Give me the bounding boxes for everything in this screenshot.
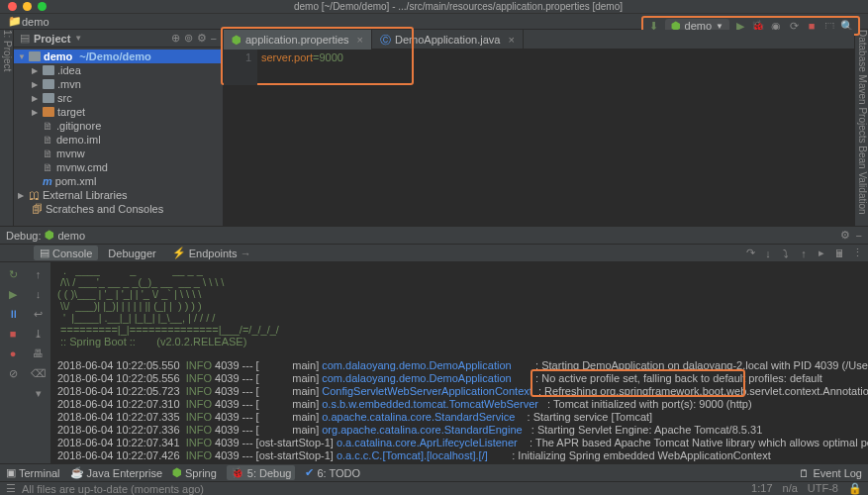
close-window-icon[interactable]	[8, 2, 17, 11]
stop-icon[interactable]: ■	[5, 326, 21, 342]
tree-item-label: mvnw	[56, 148, 85, 159]
caret-right-icon: ▶	[18, 191, 26, 200]
pause-icon[interactable]: ⏸	[5, 306, 21, 322]
console-icon: ▤	[40, 247, 49, 259]
file-encoding[interactable]: UTF-8	[808, 482, 838, 495]
collapse-icon[interactable]: ⊕	[171, 32, 180, 45]
mute-icon[interactable]: ⊘	[5, 365, 21, 381]
tree-item-label: mvnw.cmd	[56, 161, 108, 173]
label: 6: TODO	[317, 467, 360, 479]
label: 5: Debug	[247, 467, 292, 479]
label: Java Enterprise	[87, 467, 162, 479]
breadcrumb-project[interactable]: demo	[22, 16, 49, 28]
minimize-window-icon[interactable]	[23, 2, 32, 11]
folder-icon	[43, 65, 54, 75]
caret-down-icon: ▼	[18, 52, 26, 61]
tree-external-libs[interactable]: ▶ 🕮 External Libraries	[14, 188, 223, 202]
chevron-down-icon[interactable]: ▼	[74, 34, 82, 43]
tree-item[interactable]: ▶.idea	[14, 63, 223, 77]
hide-icon[interactable]: −	[211, 33, 217, 45]
debug-body: ↻ ▶ ⏸ ■ ● ⊘ ↑ ↓ ↩ ⤓ 🖶 ⌫ ▾ . ____ _ __ _ …	[0, 262, 868, 481]
hide-icon[interactable]: −	[856, 230, 862, 242]
tree-scratches[interactable]: 🗐 Scratches and Consoles	[14, 202, 223, 216]
tree-root[interactable]: ▼ demo ~/Demo/demo	[14, 50, 223, 63]
gear-icon[interactable]: ⚙	[197, 32, 207, 45]
folder-icon	[43, 79, 54, 89]
maximize-window-icon[interactable]	[38, 2, 47, 11]
bottom-tool-tabs: ▣Terminal ☕Java Enterprise ⬢Spring 🐞5: D…	[0, 463, 868, 481]
evaluate-icon[interactable]: 🖩	[832, 247, 846, 260]
tree-item[interactable]: ▶src	[14, 91, 223, 105]
titlebar: demo [~/Demo/demo] - .../src/main/resour…	[0, 0, 868, 14]
down-icon[interactable]: ↓	[31, 286, 47, 302]
step-over-icon[interactable]: ⤵	[779, 247, 793, 260]
label: Scratches and Consoles	[46, 203, 163, 215]
caret-right-icon: ▶	[32, 108, 40, 117]
btab-java-enterprise[interactable]: ☕Java Enterprise	[70, 466, 162, 479]
step-into-icon[interactable]: ↓	[761, 247, 775, 260]
label: Endpoints	[189, 248, 238, 259]
caret-right-icon: ▶	[32, 66, 40, 75]
breakpoints-icon[interactable]: ●	[5, 346, 21, 361]
project-tree[interactable]: ▼ demo ~/Demo/demo ▶.idea▶.mvn▶src▶targe…	[14, 48, 223, 218]
event-log-icon: 🗒	[799, 467, 810, 479]
line-number: 1	[230, 51, 251, 63]
label: Event Log	[813, 467, 862, 479]
btab-terminal[interactable]: ▣Terminal	[6, 466, 60, 479]
step-out-icon[interactable]: ↑	[797, 247, 811, 260]
debug-tool-window: Debug: ⬢ demo ⚙ − ▤ Console Debugger ⚡ E…	[0, 226, 868, 481]
filter-icon[interactable]: ▾	[31, 385, 47, 401]
editor-gutter: 1	[224, 50, 257, 85]
tree-item-label: .idea	[57, 64, 81, 76]
tree-item[interactable]: 🗎mvnw.cmd	[14, 160, 223, 174]
tree-item[interactable]: 🗎demo.iml	[14, 133, 223, 147]
status-icon[interactable]: ☰	[6, 482, 16, 495]
more-icon[interactable]: ⋮	[850, 247, 864, 260]
run-to-cursor-icon[interactable]: ▸	[815, 247, 828, 260]
tab-demo-application[interactable]: Ⓒ DemoApplication.java ×	[372, 30, 524, 50]
traffic-lights	[8, 2, 47, 11]
cursor-position[interactable]: 1:17	[751, 482, 772, 495]
close-icon[interactable]: ×	[508, 34, 514, 46]
btab-spring[interactable]: ⬢Spring	[172, 466, 217, 479]
tree-item[interactable]: ▶.mvn	[14, 77, 223, 91]
gear-icon[interactable]: ⚙	[840, 229, 850, 242]
scroll-icon[interactable]: ⤓	[31, 326, 47, 342]
tree-item[interactable]: ▶target	[14, 105, 223, 119]
btab-debug[interactable]: 🐞5: Debug	[227, 465, 296, 480]
left-gutter[interactable]: 1: Project	[0, 30, 14, 226]
code-area[interactable]: server.port=9000	[257, 50, 524, 85]
tab-endpoints[interactable]: ⚡ Endpoints →	[166, 246, 257, 260]
clear-icon[interactable]: ⌫	[31, 365, 47, 381]
maven-icon: m	[43, 175, 52, 187]
editor-body[interactable]: 1 server.port=9000	[224, 50, 524, 85]
tree-item[interactable]: mpom.xml	[14, 174, 223, 188]
tab-application-properties[interactable]: ⬢ application.properties ×	[224, 30, 372, 50]
close-icon[interactable]: ×	[357, 34, 363, 46]
btab-todo[interactable]: ✔6: TODO	[305, 466, 360, 479]
print-icon[interactable]: 🖶	[31, 346, 47, 361]
tab-console[interactable]: ▤ Console	[34, 246, 98, 260]
target-icon[interactable]: ⊚	[184, 32, 193, 45]
file-icon: 🗎	[43, 148, 53, 159]
insert-mode[interactable]: n/a	[783, 482, 798, 495]
tree-item[interactable]: 🗎.gitignore	[14, 119, 223, 133]
debug-config[interactable]: demo	[57, 230, 85, 242]
btab-event-log[interactable]: 🗒Event Log	[799, 467, 862, 479]
up-icon[interactable]: ↑	[31, 266, 47, 282]
rerun-icon[interactable]: ↻	[5, 266, 21, 282]
lock-icon[interactable]: 🔒	[848, 482, 862, 495]
label: Terminal	[19, 467, 60, 479]
wrap-icon[interactable]: ↩	[31, 306, 47, 322]
project-panel-title[interactable]: Project	[34, 33, 70, 45]
folder-icon	[43, 107, 54, 117]
tree-item-label: .mvn	[57, 78, 81, 90]
step-icon[interactable]: ↷	[743, 247, 757, 260]
tab-debugger[interactable]: Debugger	[102, 247, 161, 260]
tree-item[interactable]: 🗎mvnw	[14, 147, 223, 160]
right-gutter[interactable]: Database Maven Projects Bean Validation	[854, 30, 868, 226]
more-icon: →	[241, 248, 251, 259]
console-output[interactable]: . ____ _ __ _ _ /\\ / ___'_ __ _ _(_)_ _…	[51, 262, 868, 481]
resume-icon[interactable]: ▶	[5, 286, 21, 302]
java-class-icon: Ⓒ	[380, 33, 391, 48]
